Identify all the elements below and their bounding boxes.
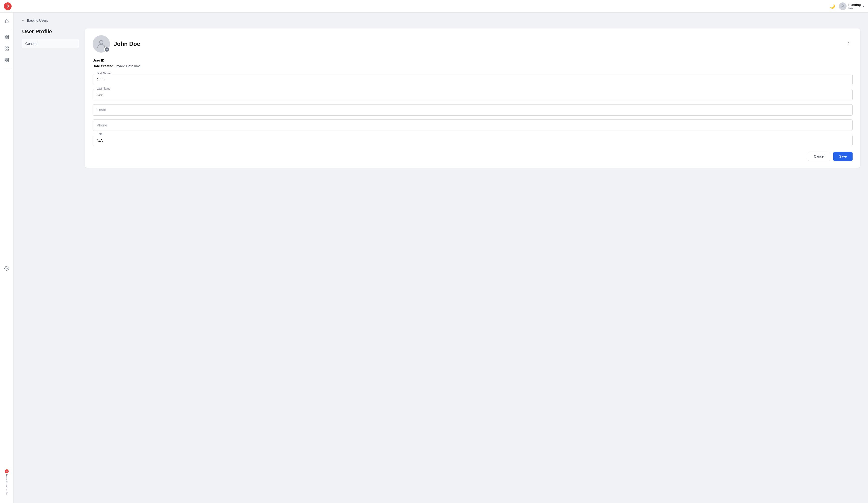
svg-rect-9 [5,58,6,60]
nav-item-general[interactable]: General [21,39,79,49]
form-actions: Cancel Save [93,152,852,161]
save-button[interactable]: Save [833,152,852,161]
back-to-users-link[interactable]: ← Back to Users [21,18,48,23]
email-input[interactable] [93,104,852,115]
page-title: User Profile [21,29,79,35]
svg-rect-6 [7,47,8,48]
last-name-label: Last Name [95,87,111,90]
sidebar-item-grid3[interactable] [2,55,12,65]
app-logo: 8 [4,2,12,10]
svg-rect-7 [5,49,6,50]
svg-rect-10 [7,58,8,60]
cancel-button[interactable]: Cancel [808,152,830,161]
sidebar: Powered by base 8 [0,12,13,503]
svg-rect-4 [7,38,8,39]
last-name-input[interactable] [93,89,852,100]
sidebar-item-grid1[interactable] [2,32,12,42]
powered-by-text: Powered by base 8 [5,467,9,495]
top-header: 8 🌙 Pending N/A ▾ [0,0,868,12]
first-name-input[interactable] [93,74,852,85]
first-name-group: First Name [93,74,852,85]
svg-rect-11 [5,61,6,62]
back-link-label: Back to Users [27,19,48,22]
main-layout: Powered by base 8 ← Back to Users User P… [0,12,868,503]
svg-rect-8 [7,49,8,50]
profile-header: ✏ John Doe ⋮ [93,35,852,53]
svg-point-13 [6,268,7,269]
role-input[interactable] [93,135,852,146]
user-id-field: User ID: [93,58,852,62]
user-name-header: Pending [848,3,861,7]
profile-header-left: ✏ John Doe [93,35,140,53]
profile-nav: User Profile General [21,29,79,49]
avatar-edit-button[interactable]: ✏ [104,47,110,52]
sidebar-divider [3,29,11,29]
dark-mode-icon[interactable]: 🌙 [830,4,835,9]
back-arrow-icon: ← [21,18,25,23]
email-group [93,104,852,115]
header-right: 🌙 Pending N/A ▾ [830,2,864,10]
role-label: Role [95,132,103,136]
date-created-field: Date Created: Invalid DateTime [93,64,852,68]
last-name-group: Last Name [93,89,852,100]
svg-rect-3 [5,38,6,39]
svg-rect-2 [7,35,8,37]
user-status-header: N/A [848,7,861,9]
sidebar-item-home[interactable] [2,17,12,26]
first-name-label: First Name [95,72,112,75]
user-info: Pending N/A [848,3,861,9]
profile-name: John Doe [114,41,140,47]
svg-rect-12 [7,61,8,62]
content-area: ← Back to Users User Profile General [13,12,868,503]
phone-input[interactable] [93,120,852,131]
svg-rect-5 [5,47,6,48]
user-avatar [839,2,847,10]
svg-rect-1 [5,35,6,37]
phone-group [93,120,852,131]
header-left: 8 [4,2,12,10]
svg-point-0 [842,4,844,6]
user-info-section: User ID: Date Created: Invalid DateTime [93,58,852,68]
avatar-container: ✏ [93,35,110,53]
svg-point-14 [100,40,103,44]
page-content: User Profile General [21,29,860,168]
profile-card: ✏ John Doe ⋮ User ID: Date Created: Inva… [85,29,860,168]
sidebar-item-grid2[interactable] [2,44,12,53]
sidebar-item-settings[interactable] [2,264,12,273]
role-group: Role [93,135,852,146]
chevron-down-icon: ▾ [863,4,864,8]
more-options-button[interactable]: ⋮ [845,40,852,48]
user-menu[interactable]: Pending N/A ▾ [839,2,864,10]
